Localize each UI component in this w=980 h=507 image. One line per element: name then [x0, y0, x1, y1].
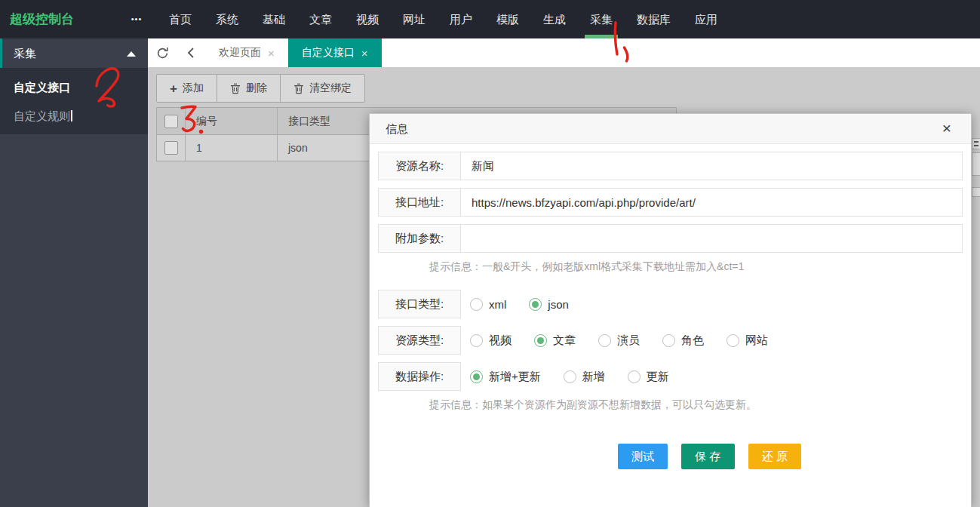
back-button[interactable]	[177, 38, 205, 67]
plus-icon: +	[170, 82, 177, 95]
radio-label: 视频	[489, 333, 512, 348]
form-row-resource-type: 资源类型: 视频 文章 演员	[378, 326, 963, 355]
tabbar: 欢迎页面 × 自定义接口 ×	[148, 38, 980, 67]
radio-circle-icon	[564, 370, 576, 383]
api-url-input[interactable]	[461, 188, 963, 217]
refresh-button[interactable]	[148, 38, 177, 67]
resource-name-label: 资源名称:	[378, 152, 461, 180]
radio-actor[interactable]: 演员	[598, 333, 640, 348]
resource-type-label: 资源类型:	[378, 326, 461, 355]
data-op-label: 数据操作:	[378, 362, 461, 391]
radio-circle-icon	[598, 334, 611, 347]
nav-item-article[interactable]: 文章	[297, 0, 344, 38]
header-checkbox-cell	[157, 108, 186, 134]
nav-item-basic[interactable]: 基础	[250, 0, 297, 38]
select-all-checkbox[interactable]	[164, 115, 178, 128]
extra-params-input[interactable]	[461, 224, 963, 253]
form-row-data-op: 数据操作: 新增+更新 新增 更新	[378, 362, 963, 391]
radio-circle-icon	[534, 334, 547, 347]
chevron-left-icon	[185, 46, 197, 60]
radio-role[interactable]: 角色	[662, 333, 704, 348]
delete-button[interactable]: 删除	[217, 75, 280, 102]
occluded-content-sliver	[972, 187, 980, 197]
occluded-content-sliver	[972, 138, 980, 149]
tab-close-icon[interactable]: ×	[361, 47, 368, 60]
occluded-content-sliver	[972, 152, 980, 176]
nav-item-home[interactable]: 首页	[157, 0, 204, 38]
tab-custom-api[interactable]: 自定义接口 ×	[288, 38, 382, 67]
restore-button[interactable]: 还 原	[748, 444, 801, 469]
clear-bind-button[interactable]: 清空绑定	[280, 75, 364, 102]
radio-add[interactable]: 新增	[564, 370, 605, 384]
radio-circle-icon	[529, 298, 542, 311]
sidebar: 采集 自定义接口 自定义规则	[0, 38, 148, 507]
info-modal: 信息 × 资源名称: 接口地址: 附加参数: 提示信息：一般&开头，例如老版xm…	[369, 113, 972, 507]
nav-item-template[interactable]: 模版	[484, 0, 531, 38]
nav-item-user[interactable]: 用户	[438, 0, 484, 38]
close-icon[interactable]: ×	[934, 114, 960, 144]
extra-params-label: 附加参数:	[378, 224, 461, 253]
sidebar-item-custom-api[interactable]: 自定义接口	[0, 73, 148, 102]
radio-label: 更新	[647, 370, 669, 384]
radio-update[interactable]: 更新	[628, 370, 669, 384]
radio-xml[interactable]: xml	[470, 298, 506, 311]
sidebar-group-label: 采集	[14, 47, 36, 60]
tab-welcome[interactable]: 欢迎页面 ×	[205, 38, 288, 67]
radio-label: 新增+更新	[489, 370, 541, 384]
resource-name-input[interactable]	[461, 152, 963, 180]
radio-label: json	[548, 298, 569, 311]
sidebar-item-label: 自定义规则	[14, 109, 70, 122]
modal-body: 资源名称: 接口地址: 附加参数: 提示信息：一般&开头，例如老版xml格式采集…	[370, 144, 971, 469]
form-row-api-type: 接口类型: xml json	[378, 290, 963, 318]
data-op-hint: 提示信息：如果某个资源作为副资源不想新增数据，可以只勾选更新。	[429, 398, 963, 412]
resource-type-radio-group: 视频 文章 演员 角色	[461, 326, 963, 355]
nav-item-database[interactable]: 数据库	[625, 0, 683, 38]
radio-video[interactable]: 视频	[470, 333, 512, 348]
modal-button-row: 测试 保 存 还 原	[378, 444, 963, 469]
trash-icon	[230, 83, 241, 94]
radio-label: 新增	[582, 370, 605, 384]
ellipsis-icon[interactable]: •••	[122, 0, 151, 38]
radio-article[interactable]: 文章	[534, 333, 576, 348]
sidebar-items: 自定义接口 自定义规则	[0, 68, 148, 134]
radio-circle-icon	[470, 334, 483, 347]
form-row-api-url: 接口地址:	[378, 188, 963, 217]
radio-label: 演员	[617, 333, 640, 348]
toolbar: + 添加 删除 清空绑定	[156, 74, 365, 103]
nav-item-url[interactable]: 网址	[391, 0, 438, 38]
brand-title: 超级控制台	[0, 0, 122, 38]
cell-id: 1	[186, 135, 278, 161]
radio-add-update[interactable]: 新增+更新	[470, 370, 541, 384]
extra-params-hint: 提示信息：一般&开头，例如老版xml格式采集下载地址需加入&ct=1	[429, 260, 963, 274]
form-row-resource-name: 资源名称:	[378, 152, 963, 180]
api-url-label: 接口地址:	[378, 188, 461, 217]
nav-item-video[interactable]: 视频	[344, 0, 391, 38]
add-button[interactable]: + 添加	[157, 75, 217, 102]
sidebar-group-collect[interactable]: 采集	[0, 38, 148, 68]
radio-circle-icon	[470, 370, 483, 383]
nav-item-collect[interactable]: 采集	[578, 0, 625, 38]
radio-label: 文章	[553, 333, 576, 348]
sidebar-item-label: 自定义接口	[14, 81, 70, 94]
save-button[interactable]: 保 存	[681, 444, 734, 469]
collapse-arrow-icon	[127, 51, 136, 57]
data-op-radio-group: 新增+更新 新增 更新	[461, 362, 963, 391]
row-checkbox[interactable]	[164, 141, 178, 155]
radio-json[interactable]: json	[529, 298, 569, 311]
tab-label: 自定义接口	[302, 46, 355, 60]
nav-item-generate[interactable]: 生成	[531, 0, 578, 38]
tab-label: 欢迎页面	[219, 46, 261, 60]
radio-label: 网站	[745, 333, 768, 348]
radio-label: xml	[489, 298, 506, 311]
column-header-id: 编号	[186, 108, 278, 134]
top-nav: 首页 系统 基础 文章 视频 网址 用户 模版 生成 采集 数据库 应用	[157, 0, 730, 38]
nav-item-app[interactable]: 应用	[683, 0, 730, 38]
radio-website[interactable]: 网站	[727, 333, 768, 348]
sidebar-item-custom-rule[interactable]: 自定义规则	[0, 102, 148, 131]
tab-close-icon[interactable]: ×	[268, 47, 275, 60]
radio-circle-icon	[628, 370, 641, 383]
row-checkbox-cell	[157, 135, 186, 161]
test-button[interactable]: 测试	[618, 444, 668, 469]
nav-item-system[interactable]: 系统	[204, 0, 250, 38]
modal-header: 信息 ×	[370, 114, 971, 144]
